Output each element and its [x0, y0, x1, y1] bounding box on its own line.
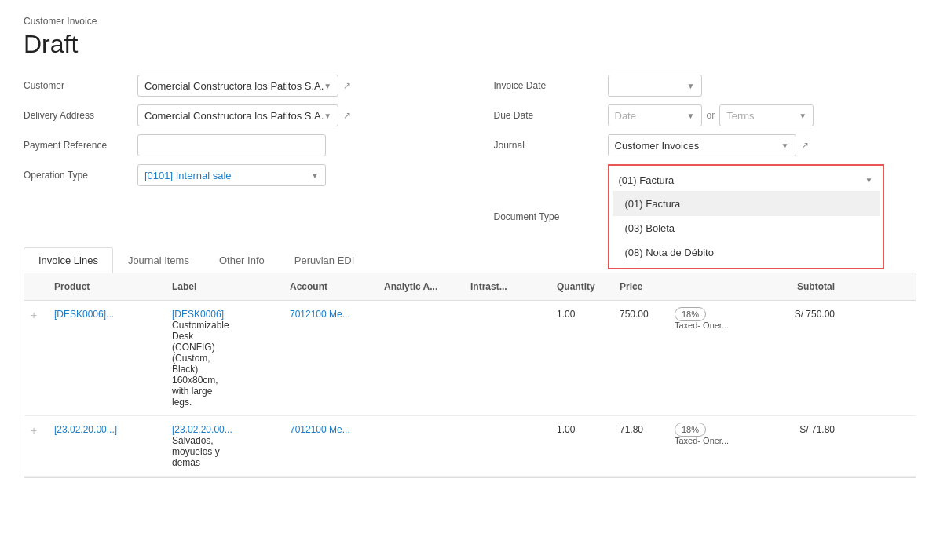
page-title: Draft: [24, 30, 916, 59]
th-drag: [24, 278, 48, 295]
journal-label: Journal: [494, 140, 608, 151]
drag-handle-2[interactable]: +: [24, 421, 48, 440]
table-header: Product Label Account Analytic A... Intr…: [24, 273, 916, 301]
row1-price[interactable]: 750.00: [613, 306, 668, 323]
operation-type-input[interactable]: [0101] Internal sale ▼: [137, 164, 326, 186]
th-product: Product: [48, 278, 166, 295]
dropdown-item-nota-debito[interactable]: (08) Nota de Débito: [613, 240, 880, 265]
tab-invoice-lines[interactable]: Invoice Lines: [24, 247, 113, 273]
table-row: + [DESK0006]... [DESK0006] Customizable …: [24, 301, 916, 416]
delivery-address-text: Comercial Constructora los Patitos S.A.: [144, 110, 324, 122]
th-price: Price: [613, 278, 668, 295]
customer-row: Customer Comercial Constructora los Pati…: [24, 75, 447, 97]
journal-dropdown-arrow: ▼: [781, 141, 789, 150]
operation-type-label: Operation Type: [24, 170, 137, 181]
due-date-value: Date ▼ or Terms ▼: [608, 104, 917, 126]
document-type-dropdown: (01) Factura (03) Boleta (08) Nota de Dé…: [613, 191, 880, 265]
customer-external-link[interactable]: ↗: [343, 80, 351, 91]
terms-input[interactable]: Terms ▼: [719, 104, 814, 126]
delivery-address-row: Delivery Address Comercial Constructora …: [24, 104, 447, 126]
payment-reference-value: [137, 134, 447, 156]
journal-text: Customer Invoices: [615, 140, 700, 152]
row2-quantity[interactable]: 1.00: [550, 421, 613, 438]
main-page: Customer Invoice Draft Customer Comercia…: [0, 0, 940, 493]
drag-handle-1[interactable]: +: [24, 306, 48, 324]
document-type-label: Document Type: [494, 211, 608, 222]
terms-arrow: ▼: [799, 112, 806, 120]
row1-account[interactable]: 7012100 Me...: [283, 306, 378, 323]
th-subtotal: Subtotal: [763, 278, 841, 295]
row1-tax: 18% Taxed- Oner...: [668, 306, 763, 334]
th-account: Account: [283, 278, 378, 295]
journal-input[interactable]: Customer Invoices ▼: [608, 134, 796, 156]
table-row: + [23.02.20.00...] [23.02.20.00... Salva…: [24, 416, 916, 477]
due-date-placeholder: Date: [615, 110, 636, 122]
row2-tax-name: Taxed- Oner...: [675, 436, 729, 445]
dropdown-item-factura[interactable]: (01) Factura: [613, 192, 880, 216]
operation-type-text: [0101] Internal sale: [144, 170, 232, 181]
tab-other-info[interactable]: Other Info: [204, 247, 280, 273]
row1-label: [DESK0006] Customizable Desk (CONFIG) (C…: [166, 306, 283, 411]
invoice-lines-table: Product Label Account Analytic A... Intr…: [24, 273, 916, 478]
invoice-date-row: Invoice Date ▼: [494, 75, 917, 97]
row1-tax-badge: 18%: [675, 307, 706, 321]
delivery-address-value: Comercial Constructora los Patitos S.A. …: [137, 104, 447, 126]
page-subtitle: Customer Invoice: [24, 16, 916, 27]
or-text: or: [707, 110, 715, 121]
operation-type-row: Operation Type [0101] Internal sale ▼: [24, 164, 447, 186]
th-tax: [668, 278, 763, 295]
due-date-input[interactable]: Date ▼: [608, 104, 702, 126]
dropdown-item-boleta[interactable]: (03) Boleta: [613, 216, 880, 240]
row2-account[interactable]: 7012100 Me...: [283, 421, 378, 438]
terms-placeholder: Terms: [726, 110, 754, 122]
delivery-dropdown-arrow: ▼: [324, 112, 331, 120]
row1-intrast[interactable]: [464, 306, 550, 312]
row2-subtotal: S/ 71.80: [763, 421, 841, 438]
row2-price[interactable]: 71.80: [613, 421, 668, 438]
journal-row: Journal Customer Invoices ▼ ↗: [494, 134, 917, 156]
delivery-external-link[interactable]: ↗: [343, 110, 351, 121]
due-date-label: Due Date: [494, 110, 608, 121]
journal-external-link[interactable]: ↗: [801, 140, 809, 151]
th-quantity: Quantity: [550, 278, 613, 295]
form-right-col: Invoice Date ▼ Due Date Date ▼ or: [494, 75, 917, 269]
tab-journal-items[interactable]: Journal Items: [113, 247, 204, 273]
row2-tax: 18% Taxed- Oner...: [668, 421, 763, 449]
payment-reference-label: Payment Reference: [24, 140, 137, 151]
document-type-value: ▼ (01) Factura (03) Boleta (08) Nota de …: [608, 164, 917, 269]
row1-analytic[interactable]: [378, 306, 464, 312]
customer-label: Customer: [24, 80, 137, 91]
delivery-address-input[interactable]: Comercial Constructora los Patitos S.A. …: [137, 104, 338, 126]
operation-type-value: [0101] Internal sale ▼: [137, 164, 447, 186]
customer-text: Comercial Constructora los Patitos S.A.: [144, 80, 324, 92]
th-label: Label: [166, 278, 283, 295]
customer-input[interactable]: Comercial Constructora los Patitos S.A. …: [137, 75, 338, 97]
customer-value: Comercial Constructora los Patitos S.A. …: [137, 75, 447, 97]
invoice-date-arrow: ▼: [687, 82, 695, 90]
th-intrast: Intrast...: [464, 278, 550, 295]
document-type-row: Document Type ▼ (01) Factura (03) Boleta…: [494, 164, 917, 269]
due-date-arrow: ▼: [687, 112, 695, 120]
payment-reference-input[interactable]: [137, 134, 326, 156]
tab-peruvian-edi[interactable]: Peruvian EDI: [280, 247, 370, 273]
customer-dropdown-arrow: ▼: [324, 82, 331, 90]
row2-tax-badge: 18%: [675, 423, 706, 437]
invoice-date-value: ▼: [608, 75, 917, 97]
row2-product[interactable]: [23.02.20.00...]: [48, 421, 166, 438]
document-type-arrow: ▼: [859, 176, 880, 185]
journal-value: Customer Invoices ▼ ↗: [608, 134, 917, 156]
row1-product[interactable]: [DESK0006]...: [48, 306, 166, 323]
form-section: Customer Comercial Constructora los Pati…: [24, 75, 916, 269]
row1-subtotal: S/ 750.00: [763, 306, 841, 323]
due-date-row: Due Date Date ▼ or Terms ▼: [494, 104, 917, 126]
invoice-date-input[interactable]: ▼: [608, 75, 702, 97]
document-type-input[interactable]: [613, 169, 859, 191]
row1-tax-name: Taxed- Oner...: [675, 320, 729, 330]
operation-type-dropdown-arrow: ▼: [311, 171, 319, 180]
delivery-address-label: Delivery Address: [24, 110, 137, 121]
invoice-date-label: Invoice Date: [494, 80, 608, 91]
row2-intrast[interactable]: [464, 421, 550, 427]
row1-quantity[interactable]: 1.00: [550, 306, 613, 323]
row2-label: [23.02.20.00... Salvados, moyuelos y dem…: [166, 421, 283, 471]
row2-analytic[interactable]: [378, 421, 464, 427]
